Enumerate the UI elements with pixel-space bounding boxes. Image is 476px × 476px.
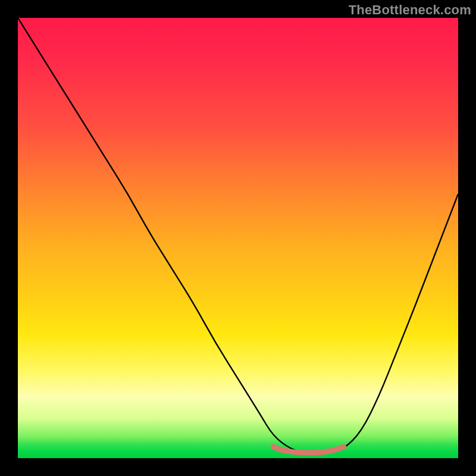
chart-svg (18, 18, 458, 458)
optimal-band-marker (273, 447, 343, 453)
bottleneck-curve-line (18, 18, 458, 454)
chart-stage: TheBottleneck.com (0, 0, 476, 476)
watermark-text: TheBottleneck.com (349, 2, 471, 18)
plot-area (18, 18, 458, 458)
